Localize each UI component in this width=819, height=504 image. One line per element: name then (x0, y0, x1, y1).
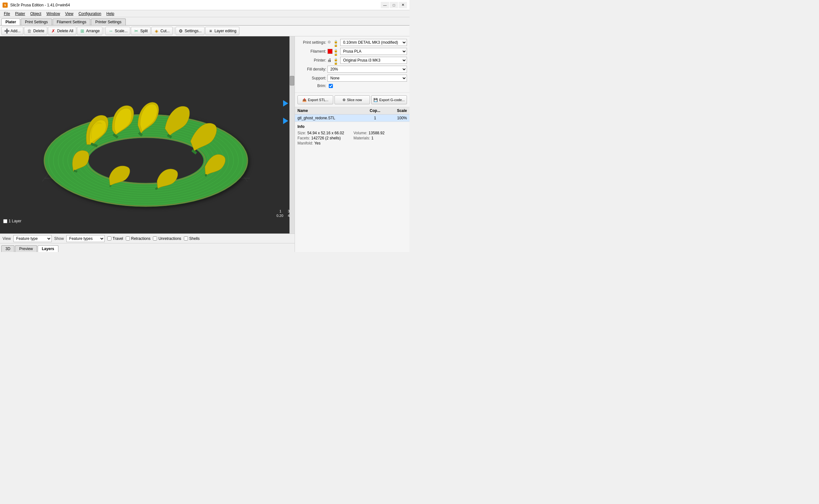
action-buttons-section: 📤 Export STL... ⚙ Slice now 💾 Export G-c… (295, 93, 410, 107)
minimize-button[interactable]: — (381, 2, 389, 8)
filament-label: Filament: (297, 49, 326, 54)
delete-icon: 🗑 (27, 28, 32, 33)
tab-filament-settings[interactable]: Filament Settings (53, 19, 91, 25)
export-stl-button[interactable]: 📤 Export STL... (297, 95, 333, 104)
delete-label: Delete (33, 29, 44, 33)
layer-up-arrow[interactable] (283, 100, 288, 107)
layer-down-arrow[interactable] (283, 118, 288, 124)
col-scale-header: Scale (384, 108, 407, 113)
col-copies-header: Cop... (365, 108, 384, 113)
view-type-select[interactable]: Feature type Height (gradient) Tool (13, 235, 52, 242)
facets-value: 142726 (2 shells) (311, 136, 340, 140)
support-row: Support: None (297, 75, 407, 82)
svg-point-1 (88, 138, 203, 183)
add-label: Add... (11, 29, 20, 33)
layer-editing-button[interactable]: ≡ Layer editing (205, 27, 239, 35)
volume-label: Volume: (354, 131, 367, 135)
menu-view[interactable]: View (63, 11, 76, 17)
split-icon: ✂ (134, 28, 139, 33)
travel-label: Travel (113, 236, 123, 241)
menu-object[interactable]: Object (28, 11, 44, 17)
materials-label: Materials: (354, 136, 370, 140)
viewport-container: 1 39 0.20 4.00 1 Layer View (0, 36, 294, 252)
menu-help[interactable]: Help (104, 11, 117, 17)
show-type-select[interactable]: Feature types Extrusion types (66, 235, 105, 242)
travel-checkbox[interactable] (107, 236, 111, 241)
viewport-scrollbar[interactable] (289, 36, 294, 233)
split-button[interactable]: ✂ Split (131, 27, 150, 35)
one-layer-row: 1 Layer (3, 219, 21, 223)
scale-icon: ↔ (108, 28, 113, 33)
printer-label: Printer: (297, 58, 326, 63)
toolbar-sep-2 (174, 27, 174, 34)
view-label: View (3, 236, 11, 241)
object-name: gtl_ghost_redone.STL (297, 116, 365, 120)
unretractions-checkbox[interactable] (153, 236, 157, 241)
3d-viewport[interactable]: 1 39 0.20 4.00 1 Layer (0, 36, 294, 233)
slice-now-label: Slice now (347, 98, 362, 102)
split-label: Split (140, 29, 147, 33)
add-button[interactable]: ➕ Add... (1, 27, 23, 35)
brim-checkbox[interactable] (329, 84, 333, 88)
layer-num-left: 1 (279, 209, 281, 213)
settings-section: Print settings: 🔒 0.10mm DETAIL MK3 (mod… (295, 36, 410, 93)
tab-3d[interactable]: 3D (1, 245, 14, 252)
one-layer-checkbox[interactable] (3, 219, 7, 223)
printer-lock-icon: 🔒 (334, 58, 339, 63)
print-settings-row: Print settings: 🔒 0.10mm DETAIL MK3 (mod… (297, 39, 407, 46)
layer-slider-area[interactable] (282, 36, 289, 233)
object-list-row[interactable]: gtl_ghost_redone.STL 1 100% (295, 115, 410, 122)
arrange-label: Arrange (86, 29, 100, 33)
close-button[interactable]: ✕ (398, 2, 407, 8)
fill-density-select[interactable]: 20% (327, 66, 407, 73)
slice-now-icon: ⚙ (342, 98, 346, 102)
tab-preview[interactable]: Preview (15, 245, 37, 252)
scrollbar-thumb[interactable] (290, 76, 294, 85)
print-settings-select[interactable]: 0.10mm DETAIL MK3 (modified) (340, 39, 407, 46)
menu-file[interactable]: File (1, 11, 12, 17)
scale-button[interactable]: ↔ Scale... (105, 27, 130, 35)
layer-editing-icon: ≡ (208, 28, 213, 33)
export-gcode-button[interactable]: 💾 Export G-code... (371, 95, 407, 104)
shells-checkbox[interactable] (184, 236, 188, 241)
filament-select[interactable]: Prusa PLA (340, 48, 407, 55)
cut-button[interactable]: ◈ Cut... (151, 27, 173, 35)
support-select[interactable]: None (327, 75, 407, 82)
brim-label: Brim: (297, 84, 326, 88)
delete-all-button[interactable]: ✗ Delete All (48, 27, 76, 35)
app-title: Slic3r Prusa Edition - 1.41.0+win64 (10, 3, 70, 7)
tab-printer-settings[interactable]: Printer Settings (91, 19, 125, 25)
one-layer-label: 1 Layer (9, 219, 21, 223)
delete-button[interactable]: 🗑 Delete (24, 27, 47, 35)
retractions-checkbox[interactable] (126, 236, 130, 241)
settings-button[interactable]: ⚙ Settings... (175, 27, 205, 35)
retractions-checkbox-row: Retractions (126, 236, 151, 241)
menu-plater[interactable]: Plater (12, 11, 27, 17)
tab-layers[interactable]: Layers (38, 245, 58, 252)
object-scale: 100% (384, 116, 407, 120)
export-gcode-label: Export G-code... (379, 98, 405, 102)
size-label: Size: (297, 131, 306, 135)
printer-select[interactable]: Original Prusa i3 MK3 (340, 57, 407, 64)
tab-plater[interactable]: Plater (1, 19, 20, 25)
view-toolbar: View Feature type Height (gradient) Tool… (0, 233, 294, 243)
maximize-button[interactable]: □ (390, 2, 398, 8)
menu-configuration[interactable]: Configuration (76, 11, 104, 17)
3d-model-svg (28, 52, 267, 218)
export-stl-label: Export STL... (308, 98, 328, 102)
slice-now-button[interactable]: ⚙ Slice now (334, 95, 370, 104)
unretractions-label: Unretractions (158, 236, 181, 241)
brim-control (327, 84, 407, 88)
export-gcode-icon: 💾 (373, 98, 378, 102)
tab-print-settings[interactable]: Print Settings (21, 19, 52, 25)
export-stl-icon: 📤 (302, 98, 307, 102)
shells-checkbox-row: Shells (184, 236, 200, 241)
filament-row: Filament: 🔒 Prusa PLA (297, 48, 407, 55)
volume-row: Volume: 13588.92 (354, 131, 407, 135)
settings-icon: ⚙ (178, 28, 183, 33)
settings-label: Settings... (185, 29, 202, 33)
menu-window[interactable]: Window (44, 11, 63, 17)
arrange-button[interactable]: ⊞ Arrange (77, 27, 103, 35)
titlebar-left: S Slic3r Prusa Edition - 1.41.0+win64 (3, 3, 70, 8)
volume-value: 13588.92 (368, 131, 384, 135)
